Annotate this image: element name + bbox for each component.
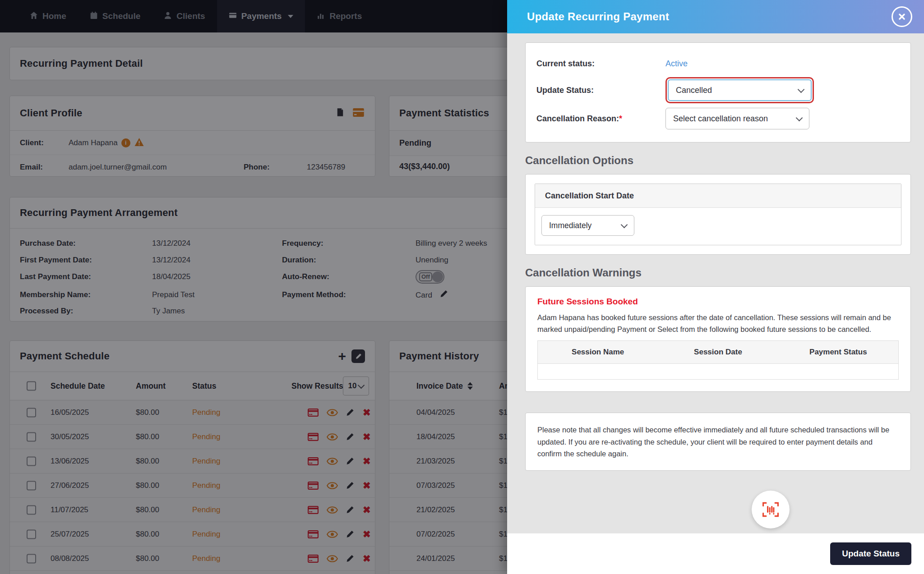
start-date-label: Cancellation Start Date [535,184,901,208]
cancellation-options-heading: Cancellation Options [525,154,911,167]
cancellation-reason-label: Cancellation Reason:* [536,114,665,124]
drawer-header: Update Recurring Payment [507,0,924,33]
status-card: Current status: Active Update Status: Ca… [525,42,911,142]
start-date-select[interactable]: Immediately [541,215,634,236]
scan-fab-button[interactable] [752,491,790,528]
note-card: Please note that all changes will become… [525,413,911,471]
barcode-icon [761,501,780,518]
cancellation-reason-value: Select cancellation reason [673,114,768,124]
future-sessions-table: Session Name Session Date Payment Status [537,340,899,380]
chevron-down-icon [796,114,803,121]
close-icon[interactable] [892,6,912,27]
highlight-ring: Cancelled [665,77,814,103]
drawer-body: Current status: Active Update Status: Ca… [507,33,924,533]
empty-table-row [538,364,898,379]
col-session-name: Session Name [538,348,658,357]
chevron-down-icon [798,86,805,93]
update-status-value: Cancelled [676,86,712,95]
current-status-value: Active [665,59,688,69]
drawer-footer: Update Status [507,533,924,574]
update-status-button[interactable]: Update Status [830,542,911,565]
cancellation-reason-select[interactable]: Select cancellation reason [665,108,809,129]
cancellation-warnings-card: Future Sessions Booked Adam Hapana has b… [525,286,911,392]
start-date-value: Immediately [549,221,591,230]
col-payment-status: Payment Status [778,348,898,357]
drawer-title: Update Recurring Payment [527,10,669,23]
col-session-date: Session Date [658,348,778,357]
future-sessions-message: Adam Hapana has booked future sessions a… [537,312,899,335]
update-status-select[interactable]: Cancelled [668,79,812,101]
update-status-label: Update Status: [536,86,665,95]
cancellation-options-card: Cancellation Start Date Immediately [525,174,911,255]
current-status-label: Current status: [536,59,665,69]
cancellation-warnings-heading: Cancellation Warnings [525,266,911,279]
required-asterisk: * [619,114,622,123]
chevron-down-icon [621,221,628,228]
future-sessions-title: Future Sessions Booked [537,297,899,307]
update-recurring-payment-drawer: Update Recurring Payment Current status:… [507,0,924,574]
